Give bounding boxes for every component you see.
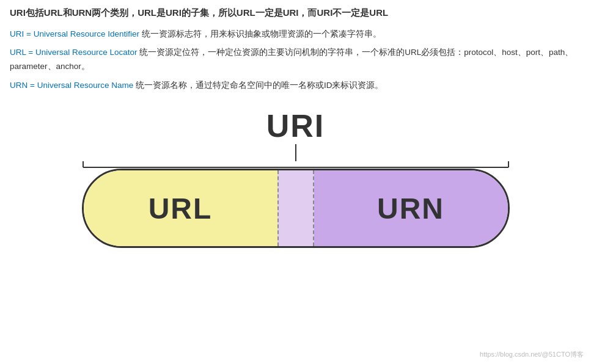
diagram-container: URI URL <box>10 107 581 248</box>
pill-diagram: URL URN <box>82 169 510 248</box>
urn-pill-label: URN <box>377 192 444 225</box>
dashed-right <box>313 170 314 246</box>
url-label: URL = Universal Resource Locator <box>10 48 137 57</box>
urn-description: URN = Universal Resource Name 统一资源名称，通过特… <box>10 79 581 93</box>
page-title: URI包括URL和URN两个类别，URL是URI的子集，所以URL一定是URI，… <box>10 6 581 20</box>
uri-label: URI = Universal Resource Identifier <box>10 29 139 38</box>
watermark: https://blog.csdn.net/@51CTO博客 <box>480 350 584 359</box>
urn-pill-section: URN <box>314 170 508 246</box>
urn-text: 统一资源名称，通过特定命名空间中的唯一名称或ID来标识资源。 <box>136 81 384 90</box>
uri-text: 统一资源标志符，用来标识抽象或物理资源的一个紧凑字符串。 <box>142 29 381 38</box>
url-pill-label: URL <box>149 192 213 225</box>
bracket-svg <box>82 161 510 169</box>
urn-label: URN = Universal Resource Name <box>10 81 133 90</box>
url-pill-section: URL <box>84 170 277 246</box>
dashed-left <box>277 170 279 246</box>
url-description: URL = Universal Resource Locator 统一资源定位符… <box>10 46 581 74</box>
overlap-zone <box>277 170 314 246</box>
uri-description: URI = Universal Resource Identifier 统一资源… <box>10 27 581 42</box>
content-area: URI包括URL和URN两个类别，URL是URI的子集，所以URL一定是URI，… <box>0 0 591 254</box>
uri-diagram-label: URI <box>266 107 325 144</box>
